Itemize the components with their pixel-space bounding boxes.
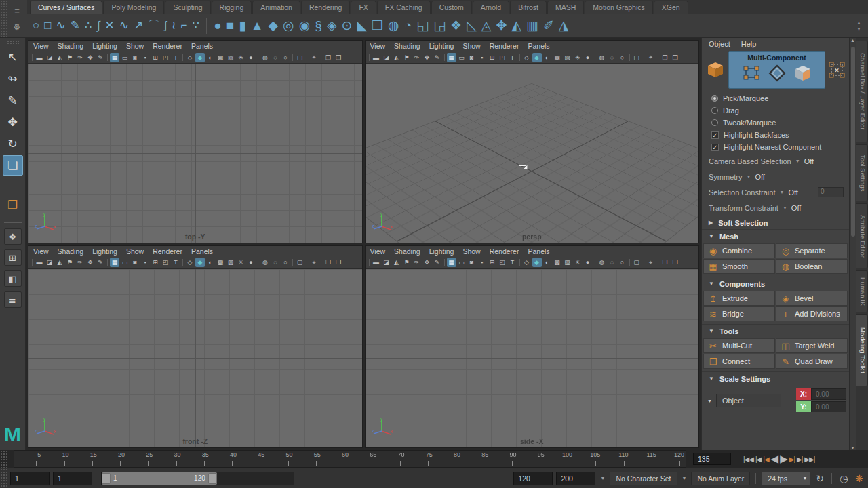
extrude-button[interactable]: ↥Extrude [703,291,775,306]
shelf-tab-mash[interactable]: MASH [547,1,584,14]
uv-bars-icon[interactable]: ▥ [526,19,538,32]
insert-knot-icon[interactable]: ⌐ [180,20,187,31]
camera-icon[interactable]: ▬ [35,53,44,62]
timeline-tick[interactable]: 20 [98,451,126,467]
nurbs-square-icon[interactable]: □ [44,20,51,31]
pane-layout-icon[interactable]: ❒ [334,53,343,62]
character-set-dropdown-icon[interactable]: ▼ [599,476,606,481]
quad-draw-button[interactable]: ✎Quad Draw [776,354,848,369]
shaded-icon[interactable]: ◆ [532,258,542,267]
pane-layout-icon[interactable]: ❒ [671,258,680,267]
ao-icon[interactable]: ◍ [597,258,607,267]
lights-icon[interactable]: ☀ [573,258,583,267]
menu-shading[interactable]: Shading [394,42,420,50]
object-mode-icon[interactable] [706,60,725,79]
pan-zoom-icon[interactable]: ✥ [422,258,432,267]
nurbs-circle-icon[interactable]: ○ [33,20,39,31]
shelf-tab-rigging[interactable]: Rigging [212,1,252,14]
editor-tab-modeling-toolkit[interactable]: Modeling Toolkit [856,314,868,386]
shelf-tab-fx[interactable]: FX [351,1,376,14]
poly-cube-icon[interactable]: ■ [226,19,234,32]
cut-curve-icon[interactable]: ✕ [105,20,115,31]
image-plane-icon[interactable]: ✑ [75,258,85,267]
menu-shading[interactable]: Shading [394,247,420,256]
l-extrude-alt-icon[interactable]: ◲ [433,19,446,32]
motion-blur-icon[interactable]: ◌ [271,258,280,267]
timeline-tick[interactable]: 115 [630,451,658,467]
poly-torus-icon[interactable]: ◎ [283,19,294,32]
cv-curve-icon[interactable]: ∿ [56,20,66,31]
resolution-gate-icon[interactable]: ◙ [467,53,477,62]
poly-prism-icon[interactable]: ◈ [327,19,337,32]
shadows-icon[interactable]: ● [583,258,593,267]
poly-sphere-icon[interactable]: ● [214,19,221,32]
shelf-grip-handle[interactable] [0,0,7,37]
timeline-tick[interactable]: 50 [266,451,294,467]
menu-show[interactable]: Show [462,247,480,256]
camera-icon[interactable]: ▬ [372,53,381,62]
anim-layer-dropdown-icon[interactable]: ▼ [681,476,688,481]
pane-layout-icon[interactable]: ❒ [334,258,343,267]
pane-copy-icon[interactable]: ❐ [660,258,670,267]
film-gate-icon[interactable]: ▭ [457,258,467,267]
range-slider-track[interactable]: 1 120 [101,472,294,485]
scale-mode-dropdown[interactable]: Object [716,394,781,407]
camera-bookmark-icon[interactable]: ◭ [55,258,64,267]
wireframe-icon[interactable]: ◇ [522,53,532,62]
shaded-icon[interactable]: ◆ [532,53,542,62]
extend-curve-icon[interactable]: ↗ [134,20,143,31]
shaded-textured-icon[interactable]: ◐ [205,258,215,267]
constraint-value-field[interactable]: 0 [818,187,844,197]
poly-wedge-icon[interactable]: ◣ [357,19,367,32]
shelf-tab-custom[interactable]: Custom [431,1,472,14]
checkbox-checked[interactable]: ✓ [711,131,719,139]
select-all-components-icon[interactable]: ✕ [829,62,845,78]
scroll-down-icon[interactable]: ▼ [850,445,855,450]
grid-icon[interactable]: ▦ [447,53,456,62]
use-default-material-icon[interactable]: ▩ [216,258,225,267]
shelf-tab-sculpting[interactable]: Sculpting [165,1,210,14]
use-default-material-icon[interactable]: ▩ [216,53,225,62]
shelf-scroll-arrows[interactable]: ▲▼ [856,20,863,31]
lights-icon[interactable]: ☀ [236,258,245,267]
motion-blur-icon[interactable]: ◌ [608,258,617,267]
playback-start-field[interactable] [53,472,92,485]
camera-attributes-icon[interactable]: ◪ [382,258,391,267]
timeline-tick[interactable]: 85 [462,451,490,467]
move-tool[interactable]: ✥ [3,112,23,132]
project-sphere-icon[interactable]: ◔ [404,19,412,32]
menu-lighting[interactable]: Lighting [92,247,117,256]
use-default-material-icon[interactable]: ▩ [553,53,562,62]
safe-action-icon[interactable]: ◰ [498,258,507,267]
arc-tool-icon[interactable]: ⌒ [148,20,159,31]
timeline-tick[interactable]: 90 [490,451,517,467]
ao-icon[interactable]: ◍ [597,53,607,62]
dof-icon[interactable]: ○ [618,53,627,62]
dropdown-arrow-icon[interactable]: ▼ [779,190,784,195]
shelf-tab-animation[interactable]: Animation [252,1,300,14]
layout-four-pane-button[interactable]: ⊞ [4,249,22,266]
anim-layer-field[interactable]: No Anim Layer [691,472,750,485]
shelf-tab-poly-modeling[interactable]: Poly Modeling [103,1,164,14]
toolkit-scrollbar[interactable]: ▲ ▼ [849,38,856,450]
camera-icon[interactable]: ▬ [372,258,381,267]
menu-toggle-icon[interactable]: = [14,5,20,16]
grease-pencil-icon[interactable]: ✎ [96,53,105,62]
select-highlight-icon[interactable]: ⌖ [646,53,656,62]
section-components[interactable]: ▼Components [702,277,849,290]
checkbox-checked[interactable]: ✓ [711,144,719,151]
menu-view[interactable]: View [33,42,49,50]
isolate-select-icon[interactable]: ▢ [295,53,304,62]
bridge-button[interactable]: ≋Bridge [703,306,775,321]
radio-unselected[interactable] [711,107,718,114]
isolate-select-icon[interactable]: ▢ [632,53,642,62]
scrollbar-thumb[interactable] [851,47,855,237]
axis-value-field[interactable]: 0.00 [811,401,846,412]
boolean-button[interactable]: ◍Boolean [776,259,848,274]
checker-icon[interactable]: ▨ [226,258,235,267]
gate-mask-icon[interactable]: ▪ [140,53,150,62]
menu-show[interactable]: Show [462,42,480,50]
range-start-handle[interactable] [102,473,111,484]
scale-tool[interactable]: ❏ [3,155,23,176]
pane-copy-icon[interactable]: ❐ [323,258,333,267]
